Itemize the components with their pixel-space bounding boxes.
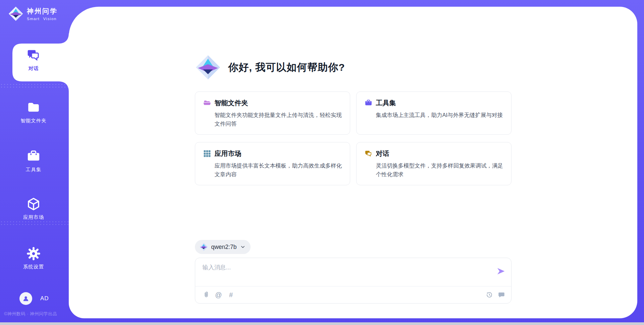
app-grid-icon [203, 150, 211, 157]
brand-logo[interactable]: 神州问学 Smart Vision [8, 6, 58, 21]
message-composer: @ # [195, 258, 512, 304]
card-description: 应用市场提供丰富长文本模板，助力高效生成多样化文章内容 [215, 161, 342, 179]
card-title: 应用市场 [215, 149, 241, 158]
chevron-down-icon [240, 244, 246, 250]
main-panel: 你好, 我可以如何帮助你? 智能文件夹 智能文件夹功能支持批量文件上传与清洗，轻… [69, 7, 637, 318]
hash-icon[interactable]: # [227, 291, 235, 299]
sidebar-item-label: 对话 [29, 65, 39, 72]
history-icon[interactable] [486, 291, 493, 299]
card-title: 工具集 [376, 99, 396, 108]
card-description: 灵活切换多模型文件，支持多样回复效果调试，满足个性化需求 [376, 161, 504, 179]
sidebar-dots-decoration [0, 220, 69, 226]
card-description: 智能文件夹功能支持批量文件上传与清洗，轻松实现文件问答 [215, 111, 342, 128]
sidebar-item-chat[interactable]: 对话 [0, 48, 67, 72]
sidebar-item-app-market[interactable]: 应用市场 [0, 197, 67, 220]
card-head: 智能文件夹 [203, 99, 342, 108]
composer-toolbar: @ # [203, 286, 505, 303]
greeting-text: 你好, 我可以如何帮助你? [228, 61, 345, 74]
card-head: 工具集 [365, 99, 504, 108]
sidebar-item-label: 应用市场 [23, 214, 44, 220]
sidebar-item-label: 智能文件夹 [20, 118, 47, 124]
cube-icon [26, 197, 41, 211]
open-folder-icon [203, 99, 211, 107]
mention-icon[interactable]: @ [215, 291, 222, 299]
content-column: 你好, 我可以如何帮助你? 智能文件夹 智能文件夹功能支持批量文件上传与清洗，轻… [195, 7, 512, 318]
card-app-market[interactable]: 应用市场 应用市场提供丰富长文本模板，助力高效生成多样化文章内容 [195, 142, 350, 185]
brand-text: 神州问学 Smart Vision [27, 7, 58, 21]
user-name: AD [40, 295, 49, 302]
model-name: qwen2:7b [211, 244, 237, 251]
greeting-hero: 你好, 我可以如何帮助你? [195, 54, 345, 80]
sidebar-item-toolset[interactable]: 工具集 [0, 149, 67, 173]
gear-icon [26, 247, 41, 261]
sidebar-item-label: 工具集 [26, 167, 42, 173]
diamond-logo-icon [199, 243, 208, 251]
brand-name: 神州问学 [27, 7, 58, 16]
message-input[interactable] [203, 263, 490, 283]
chat-bubbles-icon [26, 48, 41, 62]
paperclip-icon[interactable] [203, 291, 210, 299]
user-account[interactable]: AD [19, 292, 49, 305]
card-smart-folder[interactable]: 智能文件夹 智能文件夹功能支持批量文件上传与清洗，轻松实现文件问答 [195, 91, 350, 135]
diamond-logo-icon [8, 6, 23, 21]
sidebar-item-label: 系统设置 [23, 264, 44, 270]
chat-bubbles-icon [365, 150, 372, 157]
folder-icon [26, 101, 41, 115]
bottom-edge-strip [0, 322, 644, 325]
briefcase-icon [365, 99, 372, 107]
person-icon [22, 295, 30, 303]
sidebar: 神州问学 Smart Vision 对话 智能文件夹 [0, 0, 69, 325]
card-head: 对话 [365, 149, 504, 158]
copyright-footer: ©神州数码 · 神州问学出品 [4, 311, 57, 317]
card-toolset[interactable]: 工具集 集成市场上主流工具，助力AI与外界无缝扩展与对接 [356, 91, 512, 135]
card-head: 应用市场 [203, 149, 342, 158]
sidebar-item-smart-folder[interactable]: 智能文件夹 [0, 101, 67, 124]
brand-subtitle: Smart Vision [27, 17, 58, 21]
briefcase-icon [26, 149, 41, 164]
card-title: 智能文件夹 [215, 99, 248, 108]
diamond-logo-icon [195, 54, 221, 80]
feature-cards: 智能文件夹 智能文件夹功能支持批量文件上传与清洗，轻松实现文件问答 工具集 [195, 91, 512, 185]
chat-bubble-filled-icon[interactable] [498, 291, 505, 299]
card-title: 对话 [376, 149, 389, 158]
sidebar-item-settings[interactable]: 系统设置 [0, 247, 67, 270]
send-icon[interactable] [496, 266, 506, 276]
card-chat[interactable]: 对话 灵活切换多模型文件，支持多样回复效果调试，满足个性化需求 [356, 142, 512, 185]
card-description: 集成市场上主流工具，助力AI与外界无缝扩展与对接 [376, 111, 504, 119]
model-selector[interactable]: qwen2:7b [195, 240, 251, 254]
avatar [19, 292, 32, 305]
